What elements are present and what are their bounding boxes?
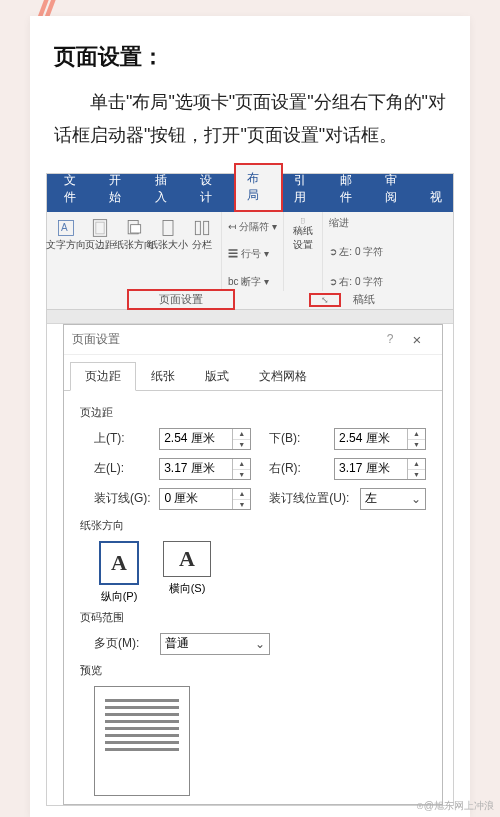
section-range: 页码范围: [80, 610, 426, 625]
dlg-tab-paper[interactable]: 纸张: [136, 362, 190, 391]
group-labels: 页面设置 ⤡ 稿纸: [47, 291, 453, 310]
dialog-tabs: 页边距 纸张 版式 文档网格: [64, 355, 442, 391]
tab-view[interactable]: 视: [419, 184, 453, 212]
tab-mail[interactable]: 邮件: [329, 167, 374, 212]
svg-rect-8: [204, 221, 209, 234]
tab-design[interactable]: 设计: [189, 167, 234, 212]
dlg-tab-layout[interactable]: 版式: [190, 362, 244, 391]
section-margins: 页边距: [80, 405, 426, 420]
margins-button[interactable]: 页边距: [87, 218, 113, 252]
gutter-pos-select[interactable]: 左: [360, 488, 426, 510]
landscape-option[interactable]: A 横向(S): [162, 541, 212, 604]
section-preview: 预览: [80, 663, 426, 678]
right-input[interactable]: ▲▼: [334, 458, 426, 480]
portrait-option[interactable]: A 纵向(P): [94, 541, 144, 604]
word-screenshot: 文件 开始 插入 设计 布局 引用 邮件 审阅 视 A 文字方向 页边距: [46, 173, 454, 806]
hyphen-button[interactable]: bc 断字 ▾: [228, 275, 277, 289]
article-heading: 页面设置：: [54, 42, 470, 72]
indent-left[interactable]: ➲ 左: 0 字符: [329, 245, 384, 259]
dlg-tab-grid[interactable]: 文档网格: [244, 362, 322, 391]
preview-thumbnail: [94, 686, 190, 796]
svg-rect-7: [195, 221, 200, 234]
size-button[interactable]: 纸张大小: [155, 218, 181, 252]
multi-label: 多页(M):: [94, 635, 160, 652]
breaks-button[interactable]: ↤ 分隔符 ▾: [228, 220, 277, 234]
svg-rect-6: [163, 220, 173, 235]
dlg-tab-margins[interactable]: 页边距: [70, 362, 136, 391]
tab-insert[interactable]: 插入: [144, 167, 189, 212]
paper-group-label: 稿纸: [353, 292, 375, 307]
gutter-input[interactable]: ▲▼: [159, 488, 251, 510]
article-card: 页面设置： 单击"布局"选项卡"页面设置"分组右下角的"对话框启动器"按钮，打开…: [30, 16, 470, 817]
tab-review[interactable]: 审阅: [374, 167, 419, 212]
left-input[interactable]: ▲▼: [159, 458, 251, 480]
text-direction-button[interactable]: A 文字方向: [53, 218, 79, 252]
svg-rect-5: [131, 224, 141, 232]
right-label: 右(R):: [269, 460, 334, 477]
tab-layout[interactable]: 布局: [234, 163, 283, 212]
ribbon-body: A 文字方向 页边距 纸张方向 纸张大小: [47, 212, 453, 292]
bottom-label: 下(B):: [269, 430, 334, 447]
indent-right[interactable]: ➲ 右: 0 字符: [329, 275, 384, 289]
section-orient: 纸张方向: [80, 518, 426, 533]
dialog-title: 页面设置: [72, 331, 120, 348]
watermark: ⊙@旭东网上冲浪: [416, 799, 494, 813]
svg-rect-3: [96, 222, 104, 234]
page-setup-dialog: 页面设置 ? × 页边距 纸张 版式 文档网格 页边距 上(T): ▲▼ 下(B…: [63, 324, 443, 805]
linenum-button[interactable]: ☰ 行号 ▾: [228, 247, 277, 261]
multi-select[interactable]: 普通: [160, 633, 270, 655]
tab-home[interactable]: 开始: [98, 167, 143, 212]
gutter-label: 装订线(G):: [94, 490, 159, 507]
help-icon[interactable]: ?: [380, 332, 400, 346]
top-label: 上(T):: [94, 430, 159, 447]
bottom-input[interactable]: ▲▼: [334, 428, 426, 450]
svg-text:A: A: [61, 222, 68, 233]
tab-file[interactable]: 文件: [53, 167, 98, 212]
columns-button[interactable]: 分栏: [189, 218, 215, 252]
dialog-launcher[interactable]: ⤡: [309, 293, 341, 307]
top-input[interactable]: ▲▼: [159, 428, 251, 450]
ribbon-tabs: 文件 开始 插入 设计 布局 引用 邮件 审阅 视: [47, 186, 453, 212]
gutter-pos-label: 装订线位置(U):: [269, 490, 360, 507]
orientation-button[interactable]: 纸张方向: [121, 218, 147, 252]
left-label: 左(L):: [94, 460, 159, 477]
close-icon[interactable]: ×: [400, 331, 434, 348]
tab-ref[interactable]: 引用: [283, 167, 328, 212]
article-body: 单击"布局"选项卡"页面设置"分组右下角的"对话框启动器"按钮，打开"页面设置"…: [54, 86, 446, 153]
indent-label: 缩进: [329, 216, 384, 230]
pagesetup-group-label: 页面设置: [127, 289, 235, 310]
draft-button[interactable]: 稿纸 设置: [290, 218, 316, 252]
